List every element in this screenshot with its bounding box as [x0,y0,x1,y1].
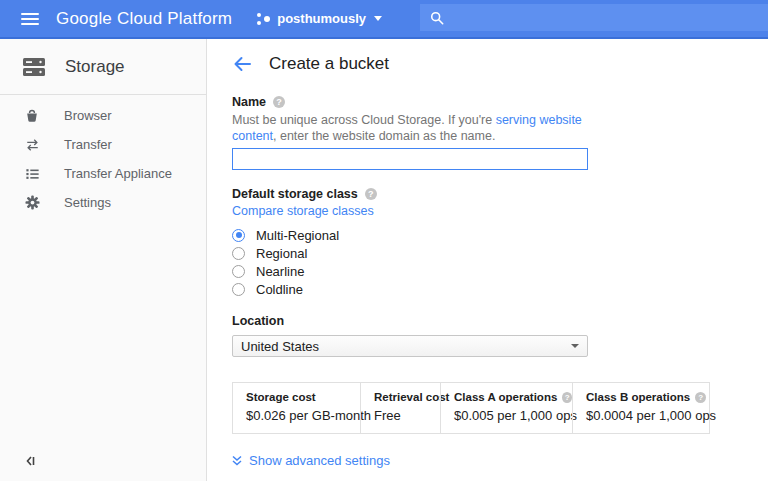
gear-icon [24,195,40,211]
name-description: Must be unique across Cloud Storage. If … [232,112,588,144]
caret-down-icon [571,344,579,348]
page-header: Create a bucket [207,39,768,74]
bucket-icon [24,108,40,124]
show-advanced-settings-link[interactable]: Show advanced settings [232,453,768,468]
radio-nearline[interactable]: Nearline [232,262,588,280]
sidebar-nav: Browser Transfer [0,95,206,217]
radio-coldline[interactable]: Coldline [232,280,588,298]
main-content: Create a bucket Name ? Must be unique ac… [207,39,768,481]
help-icon[interactable]: ? [695,392,706,403]
sidebar-item-label: Transfer [64,137,112,152]
sidebar-item-transfer-appliance[interactable]: Transfer Appliance [0,159,206,188]
project-dots-icon [256,12,270,26]
pricing-cell-retrieval-cost: Retrieval cost Free [360,383,440,433]
project-selector[interactable]: posthumously [256,11,382,26]
search-icon [430,11,444,25]
sidebar-title: Storage [65,57,125,77]
sidebar-item-settings[interactable]: Settings [0,188,206,217]
transfer-arrows-icon [24,137,40,153]
help-icon[interactable]: ? [562,392,572,403]
sidebar-header: Storage [0,39,206,95]
sidebar-item-transfer[interactable]: Transfer [0,130,206,159]
sidebar-item-label: Transfer Appliance [64,166,172,181]
sidebar-item-browser[interactable]: Browser [0,101,206,130]
sidebar: Storage Browser Trans [0,39,207,481]
project-name: posthumously [277,11,366,26]
pricing-cell-storage-cost: Storage cost $0.026 per GB-month [233,383,360,433]
top-app-bar: Google Cloud Platform posthumously [0,0,768,39]
location-label: Location [232,314,284,328]
appliance-list-icon [24,166,40,182]
back-arrow-icon[interactable] [232,54,252,74]
compare-storage-classes-link[interactable]: Compare storage classes [232,204,374,218]
sidebar-item-label: Settings [64,195,111,210]
double-chevron-down-icon [232,455,242,466]
name-label: Name [232,95,266,109]
help-icon[interactable]: ? [365,188,377,200]
location-select[interactable]: United States [232,335,588,357]
caret-down-icon [374,16,382,21]
radio-button[interactable] [232,247,245,260]
pricing-cell-class-b-operations: Class B operations ? $0.0004 per 1,000 o… [572,383,711,433]
radio-button[interactable] [232,283,245,296]
storage-class-label: Default storage class [232,187,358,201]
pricing-cell-class-a-operations: Class A operations ? $0.005 per 1,000 op… [440,383,572,433]
storage-logo-icon [23,58,45,76]
pricing-table: Storage cost $0.026 per GB-month Retriev… [232,382,710,434]
radio-button[interactable] [232,265,245,278]
collapse-panel-icon[interactable] [24,453,36,471]
location-selected-value: United States [241,339,571,354]
bucket-name-input[interactable] [232,148,588,170]
radio-button-selected[interactable] [232,229,245,242]
page-title: Create a bucket [269,54,389,74]
sidebar-item-label: Browser [64,108,112,123]
search-input[interactable] [420,4,768,31]
radio-multi-regional[interactable]: Multi-Regional [232,226,588,244]
help-icon[interactable]: ? [273,96,285,108]
radio-regional[interactable]: Regional [232,244,588,262]
menu-icon[interactable] [21,13,39,25]
brand-title: Google Cloud Platform [56,9,232,29]
